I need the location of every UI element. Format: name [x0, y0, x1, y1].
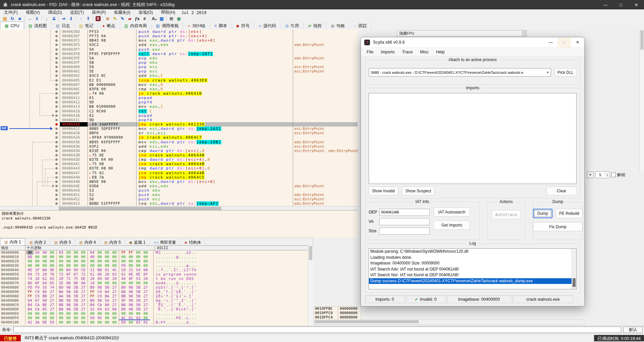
breakpoint-dot[interactable] — [55, 79, 58, 82]
step-into-icon[interactable]: ↓ — [43, 16, 50, 21]
breakpoint-gutter[interactable] — [0, 60, 60, 65]
breakpoint-gutter[interactable] — [0, 131, 60, 135]
hex-byte[interactable]: B9 — [89, 285, 96, 290]
dump-tab-内存 2[interactable]: ▥内存 2 — [25, 239, 50, 246]
breakpoint-gutter[interactable] — [0, 43, 60, 47]
hex-row[interactable]: 004000004D5A90000300000004000000FFFF0000… — [0, 250, 313, 255]
breakpoint-dot[interactable] — [55, 189, 58, 192]
disasm-row[interactable]: 0040641161popad — [0, 96, 358, 100]
hex-byte[interactable]: 00 — [127, 263, 135, 268]
disasm-row[interactable]: 0040643B∨75 0Ejne crack walnuts.40644B — [0, 153, 358, 157]
hex-byte[interactable]: B9 — [89, 298, 96, 303]
hex-byte[interactable]: 20 — [142, 277, 149, 281]
hex-byte[interactable]: 67 — [72, 272, 79, 277]
hex-byte[interactable]: 00 — [96, 255, 103, 259]
hex-byte[interactable]: 00 — [96, 250, 103, 255]
hex-byte[interactable]: 00 — [79, 250, 87, 255]
hex-row[interactable]: 00400080FDF93574B9985B27B9985B27B9985B27… — [0, 285, 313, 290]
breakpoint-dot[interactable] — [55, 128, 58, 130]
hex-byte[interactable]: 00 — [103, 311, 111, 316]
unlock-checkbox[interactable] — [611, 173, 616, 177]
hex-byte[interactable]: 27 — [142, 294, 149, 298]
hex-byte[interactable]: 27 — [48, 290, 56, 294]
hex-dump-vscrollbar[interactable] — [308, 245, 313, 326]
close-button[interactable]: ✕ — [629, 0, 644, 9]
hex-byte[interactable]: 27 — [48, 294, 56, 298]
tab-符号[interactable]: ◆符号 — [232, 22, 254, 30]
breakpoint-dot[interactable] — [55, 150, 58, 152]
menu-item[interactable]: 视图(V) — [22, 10, 44, 15]
hex-byte[interactable]: 00 — [103, 281, 111, 285]
hide-fpu-button[interactable]: 隐藏FPU — [397, 30, 525, 37]
tab-流程图[interactable]: ▧流程图 — [24, 22, 52, 30]
breakpoint-gutter[interactable] — [0, 34, 60, 38]
tab-线程[interactable]: ⇄线程 — [304, 22, 326, 30]
hex-byte[interactable]: 00 — [48, 316, 56, 320]
menu-item[interactable]: 追踪(T) — [66, 10, 88, 15]
breakpoint-gutter[interactable] — [0, 56, 60, 60]
hex-byte[interactable]: B9 — [120, 307, 127, 311]
breakpoint-dot[interactable] — [55, 92, 58, 95]
hex-row[interactable]: 0040002000000000000000000000000000000000… — [0, 259, 313, 263]
hex-row[interactable]: 00400030000000000000000000000000F8000000… — [0, 263, 313, 268]
disasm-row[interactable]: 004064538DBD 51FFFFFFlea edi,dword ptr s… — [0, 201, 358, 206]
resize-grip[interactable]: ⋰ — [576, 299, 580, 303]
hex-byte[interactable]: 6E — [103, 277, 111, 281]
scylla-close-button[interactable]: ✕ — [571, 38, 584, 47]
breakpoint-gutter[interactable] — [0, 149, 60, 153]
fix-dump-button[interactable]: Fix Dump — [533, 222, 583, 231]
hex-byte[interactable]: B9 — [120, 285, 127, 290]
hex-byte[interactable]: 00 — [111, 281, 118, 285]
hex-row[interactable]: 004000A0FFC9BB27AA985B27FFC9BA27BB985B27… — [0, 294, 313, 298]
hex-byte[interactable]: 65 — [48, 281, 56, 285]
clear-button[interactable]: Clear — [546, 187, 577, 195]
breakpoint-gutter[interactable] — [0, 69, 60, 74]
hex-byte[interactable]: 68 — [142, 268, 149, 272]
dump-tab-内存 4[interactable]: ▥内存 4 — [75, 239, 100, 246]
hex-byte[interactable]: 00 — [135, 250, 142, 255]
internet-icon[interactable]: ◍ — [175, 16, 182, 21]
hex-byte[interactable]: BA — [57, 290, 65, 294]
hex-byte[interactable]: 00 — [41, 311, 48, 316]
hex-byte[interactable]: 27 — [111, 285, 118, 290]
disasm-row[interactable]: 00406447∨75 02jne crack walnuts.40644B — [0, 171, 358, 175]
hex-byte[interactable]: 5B — [72, 290, 79, 294]
hex-byte[interactable]: CD — [120, 268, 127, 272]
breakpoint-gutter[interactable] — [0, 197, 60, 201]
hex-byte[interactable]: AA — [57, 294, 65, 298]
hex-byte[interactable]: 0D — [72, 281, 79, 285]
hex-byte[interactable]: 00 — [120, 281, 127, 285]
hex-byte[interactable]: 00 — [89, 311, 96, 316]
disasm-row[interactable]: 0040643603F2add esi,edxesi:EntryPoint — [0, 144, 358, 149]
breakpoint-dot[interactable] — [55, 70, 58, 72]
disasm-row[interactable]: 004064280BF6or esi,esiesi:EntryPoint — [0, 131, 358, 135]
hex-byte[interactable]: 5B — [72, 303, 79, 307]
hex-row[interactable]: 00400100423ADE590000000000000000E0000301… — [0, 320, 313, 325]
breakpoint-dot[interactable] — [55, 48, 58, 51]
tab-SEH链[interactable]: ∞SEH链 — [183, 22, 210, 30]
hex-byte[interactable]: E0 — [120, 320, 127, 325]
hex-byte[interactable]: 00 — [135, 311, 142, 316]
hex-byte[interactable]: 00 — [103, 259, 111, 263]
hex-byte[interactable]: DE — [41, 320, 48, 325]
hex-byte[interactable]: BA — [103, 294, 111, 298]
breakpoint-dot[interactable] — [55, 136, 58, 139]
breakpoint-gutter[interactable] — [0, 100, 60, 104]
hex-byte[interactable]: 00 — [65, 263, 72, 268]
hex-byte[interactable]: 6E — [127, 272, 135, 277]
hex-byte[interactable]: 00 — [96, 263, 103, 268]
hex-byte[interactable]: 6F — [65, 272, 72, 277]
hex-byte[interactable]: 00 — [48, 259, 56, 263]
disasm-row[interactable]: 0040640059pop ecxecx:EntryPoint — [0, 65, 358, 69]
hex-byte[interactable]: 00 — [135, 263, 142, 268]
breakpoint-dot[interactable] — [55, 110, 58, 112]
hex-byte[interactable]: 00 — [79, 311, 87, 316]
hex-byte[interactable]: 27 — [48, 307, 56, 311]
log-line[interactable]: IAT Search Adv: IAT not found at OEP 004… — [369, 266, 572, 273]
breakpoint-gutter[interactable] — [0, 30, 60, 34]
registers-scrollbar[interactable] — [522, 30, 527, 37]
hex-byte[interactable]: 03 — [135, 320, 142, 325]
hex-byte[interactable]: 27 — [79, 285, 87, 290]
process-combobox[interactable]: 3488 - crack walnuts.exe - D:\CTF\event\… — [369, 68, 551, 77]
hex-byte[interactable]: 61 — [120, 272, 127, 277]
